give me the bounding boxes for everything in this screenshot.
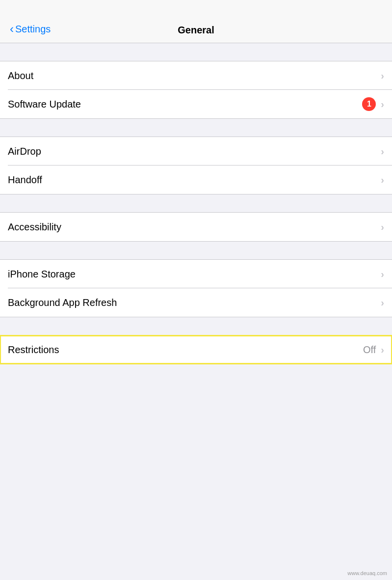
- navigation-bar: ‹ Settings General: [0, 0, 392, 43]
- list-item-right-restrictions: Off›: [363, 344, 384, 356]
- list-item-label-background-app-refresh: Background App Refresh: [8, 297, 117, 308]
- list-item-label-software-update: Software Update: [8, 99, 81, 110]
- back-button[interactable]: ‹ Settings: [5, 22, 51, 36]
- list-item-label-restrictions: Restrictions: [8, 344, 59, 356]
- chevron-icon-software-update: ›: [381, 99, 384, 110]
- back-label: Settings: [15, 24, 51, 35]
- back-chevron-icon: ‹: [10, 22, 14, 36]
- list-item-right-iphone-storage: ›: [381, 269, 384, 280]
- list-item-accessibility[interactable]: Accessibility›: [0, 213, 392, 241]
- list-group-section5: RestrictionsOff›: [0, 335, 392, 364]
- chevron-icon-airdrop: ›: [381, 146, 384, 157]
- content-area: About›Software Update1›AirDrop›Handoff›A…: [0, 43, 392, 364]
- list-item-right-accessibility: ›: [381, 221, 384, 233]
- list-group-section2: AirDrop›Handoff›: [0, 137, 392, 194]
- badge-software-update: 1: [362, 97, 376, 111]
- list-item-value-restrictions: Off: [363, 344, 376, 356]
- list-item-label-handoff: Handoff: [8, 174, 42, 186]
- list-item-iphone-storage[interactable]: iPhone Storage›: [0, 260, 392, 288]
- list-item-airdrop[interactable]: AirDrop›: [0, 137, 392, 166]
- list-group-section1: About›Software Update1›: [0, 61, 392, 119]
- chevron-icon-background-app-refresh: ›: [381, 297, 384, 308]
- list-item-label-about: About: [8, 70, 33, 82]
- list-item-right-software-update: 1›: [362, 97, 384, 111]
- list-group-section4: iPhone Storage›Background App Refresh›: [0, 259, 392, 317]
- watermark: www.deuaq.com: [347, 570, 387, 576]
- chevron-icon-accessibility: ›: [381, 221, 384, 233]
- chevron-icon-about: ›: [381, 70, 384, 82]
- list-item-software-update[interactable]: Software Update1›: [0, 90, 392, 118]
- section-gap-3: [0, 242, 392, 259]
- chevron-icon-iphone-storage: ›: [381, 269, 384, 280]
- list-group-section3: Accessibility›: [0, 212, 392, 242]
- list-item-label-accessibility: Accessibility: [8, 221, 61, 233]
- section-gap-4: [0, 317, 392, 335]
- list-item-background-app-refresh[interactable]: Background App Refresh›: [0, 288, 392, 317]
- section-gap-2: [0, 194, 392, 212]
- list-item-label-airdrop: AirDrop: [8, 146, 41, 157]
- section-gap-1: [0, 119, 392, 137]
- list-item-right-about: ›: [381, 70, 384, 82]
- page-title: General: [178, 25, 214, 36]
- list-item-about[interactable]: About›: [0, 61, 392, 90]
- list-item-right-handoff: ›: [381, 174, 384, 186]
- list-item-right-background-app-refresh: ›: [381, 297, 384, 308]
- list-item-restrictions[interactable]: RestrictionsOff›: [0, 335, 392, 364]
- list-item-label-iphone-storage: iPhone Storage: [8, 269, 76, 280]
- section-gap-0: [0, 43, 392, 61]
- list-item-right-airdrop: ›: [381, 146, 384, 157]
- list-item-handoff[interactable]: Handoff›: [0, 166, 392, 194]
- chevron-icon-restrictions: ›: [381, 344, 384, 356]
- chevron-icon-handoff: ›: [381, 174, 384, 186]
